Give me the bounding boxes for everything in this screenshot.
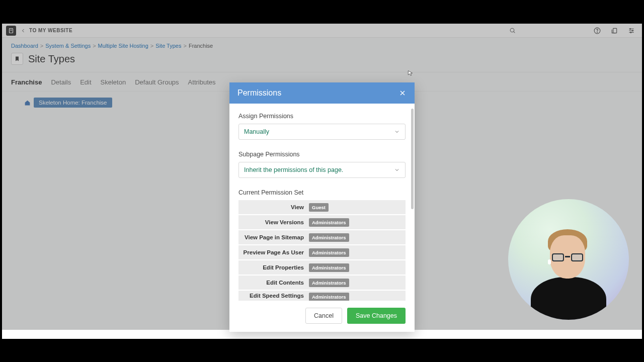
current-permission-set-label: Current Permission Set [238, 189, 406, 196]
permission-row[interactable]: Edit Speed Settings Administrators [238, 291, 406, 301]
permission-row[interactable]: View Page in Sitemap Administrators [238, 230, 406, 244]
permission-row[interactable]: Edit Properties Administrators [238, 260, 406, 275]
permission-name: View Page in Sitemap [238, 234, 309, 240]
permission-name: View Versions [238, 219, 309, 225]
scrollbar[interactable] [411, 109, 414, 209]
permission-name: Edit Speed Settings [238, 293, 309, 299]
close-icon[interactable] [398, 89, 407, 97]
permission-badge: Guest [309, 203, 329, 212]
assign-permissions-select[interactable]: Manually [238, 124, 406, 140]
subpage-permissions-label: Subpage Permissions [238, 151, 406, 158]
cursor-icon [407, 70, 414, 77]
permissions-modal: Permissions Assign Permissions Manually … [229, 82, 415, 332]
cancel-button[interactable]: Cancel [305, 308, 342, 324]
chevron-down-icon [394, 167, 400, 173]
permission-row[interactable]: Edit Contents Administrators [238, 276, 406, 290]
permission-row[interactable]: View Guest [238, 200, 406, 214]
permission-badge: Administrators [309, 279, 349, 287]
modal-header: Permissions [229, 82, 415, 104]
permission-badge: Administrators [309, 233, 349, 242]
modal-body: Assign Permissions Manually Subpage Perm… [229, 104, 415, 301]
permission-name: Edit Properties [238, 264, 309, 270]
subpage-permissions-value: Inherit the permissions of this page. [244, 166, 343, 173]
modal-footer: Cancel Save Changes [229, 301, 415, 332]
assign-permissions-label: Assign Permissions [238, 113, 406, 120]
save-changes-button[interactable]: Save Changes [347, 308, 406, 324]
permission-badge: Administrators [309, 293, 349, 301]
subpage-permissions-select[interactable]: Inherit the permissions of this page. [238, 162, 406, 178]
permission-row[interactable]: View Versions Administrators [238, 215, 406, 229]
permission-row[interactable]: Preview Page As User Administrators [238, 245, 406, 259]
permission-name: Preview Page As User [238, 249, 309, 255]
permission-name: View [238, 204, 309, 210]
permission-name: Edit Contents [238, 280, 309, 286]
presenter-webcam [508, 199, 629, 320]
assign-permissions-value: Manually [244, 128, 269, 135]
chevron-down-icon [394, 129, 400, 135]
permission-badge: Administrators [309, 248, 349, 257]
permission-badge: Administrators [309, 218, 349, 227]
modal-title: Permissions [237, 88, 281, 98]
permission-badge: Administrators [309, 263, 349, 272]
